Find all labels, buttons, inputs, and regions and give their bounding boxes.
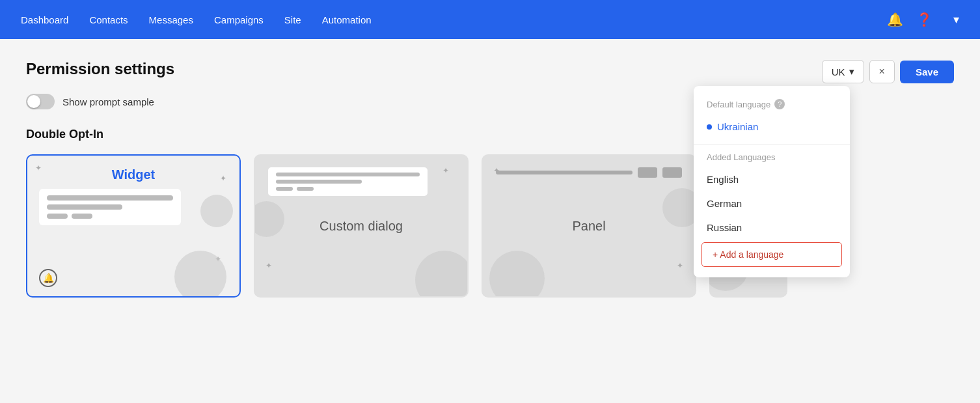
dialog-btn-row	[276, 187, 420, 191]
dropdown-item-ukrainian[interactable]: Ukrainian	[694, 115, 850, 139]
user-menu-chevron[interactable]: ▾	[953, 12, 959, 27]
save-button[interactable]: Save	[900, 61, 954, 83]
widget-btn	[72, 214, 92, 219]
circle-decor	[200, 195, 233, 227]
dropdown-item-english[interactable]: English	[694, 167, 850, 191]
panel-top-bar	[496, 167, 682, 178]
dropdown-item-german[interactable]: German	[694, 191, 850, 215]
widget-content-box	[39, 189, 181, 225]
show-prompt-toggle[interactable]	[26, 94, 55, 109]
navbar-link-campaigns[interactable]: Campaigns	[214, 14, 264, 25]
help-icon[interactable]: ❓	[916, 12, 932, 27]
sparkle-icon: ✦	[35, 163, 42, 173]
panel-bar-line	[496, 171, 633, 174]
language-dropdown: Default language ? Ukrainian Added Langu…	[694, 86, 850, 277]
widget-btn	[47, 214, 68, 219]
language-button[interactable]: UK ▾	[822, 60, 864, 83]
custom-dialog-label: Custom dialog	[320, 219, 403, 234]
navbar-link-automation[interactable]: Automation	[322, 14, 372, 25]
navbar-links: // We'll render nav links after page loa…	[21, 14, 887, 25]
toggle-label: Show prompt sample	[62, 96, 154, 107]
widget-card-title: Widget	[39, 167, 228, 182]
panel-bar-box	[638, 167, 657, 178]
sparkle-icon: ✦	[677, 261, 683, 270]
toggle-knob	[27, 95, 40, 108]
top-controls: UK ▾ × Save	[822, 60, 954, 83]
dialog-top-box	[268, 167, 428, 196]
navbar-link-messages[interactable]: Messages	[149, 14, 193, 25]
add-language-button[interactable]: + Add a language	[701, 242, 842, 267]
page-title: Permission settings	[26, 60, 954, 78]
lang-label: UK	[832, 66, 845, 77]
navbar: // We'll render nav links after page loa…	[0, 0, 980, 39]
widget-line	[47, 195, 173, 201]
help-circle-icon[interactable]: ?	[774, 99, 785, 109]
sparkle-icon: ✦	[265, 261, 272, 270]
dialog-btn	[276, 187, 293, 191]
added-languages-label: Added Languages	[694, 150, 850, 167]
lang-chevron-icon: ▾	[849, 66, 854, 77]
sparkle-icon: ✦	[220, 174, 226, 183]
default-language-label: Default language ?	[694, 96, 850, 115]
dropdown-item-russian[interactable]: Russian	[694, 215, 850, 240]
main-content: Permission settings Show prompt sample D…	[0, 39, 980, 318]
dialog-line	[276, 180, 362, 184]
panel-bar-box	[662, 167, 682, 178]
close-button[interactable]: ×	[869, 60, 895, 83]
navbar-link-site[interactable]: Site	[284, 14, 301, 25]
circle-decor	[489, 251, 545, 298]
dialog-line	[276, 173, 420, 176]
sparkle-icon: ✦	[442, 166, 449, 175]
active-dot	[707, 124, 712, 130]
widget-btn-row	[47, 214, 173, 219]
widget-line	[47, 204, 122, 210]
navbar-link-dashboard[interactable]: Dashboard	[21, 14, 68, 25]
navbar-icons: 🔔 ❓ ▾	[887, 12, 959, 27]
dropdown-divider	[694, 144, 850, 145]
navbar-link-contacts[interactable]: Contacts	[89, 14, 128, 25]
panel-label: Panel	[572, 219, 605, 234]
circle-decor	[174, 251, 226, 298]
custom-dialog-card[interactable]: ✦ ✦ Custom dialog	[254, 154, 469, 298]
panel-card[interactable]: ✦ ✦ Panel	[482, 154, 696, 298]
circle-decor	[662, 188, 696, 227]
circle-decor	[254, 201, 284, 237]
bell-icon[interactable]: 🔔	[887, 12, 903, 27]
circle-decor	[415, 251, 469, 298]
bell-icon-circle: 🔔	[39, 269, 57, 287]
dialog-btn	[297, 187, 314, 191]
widget-card[interactable]: ✦ ✦ ✦ Widget 🔔	[26, 154, 241, 298]
